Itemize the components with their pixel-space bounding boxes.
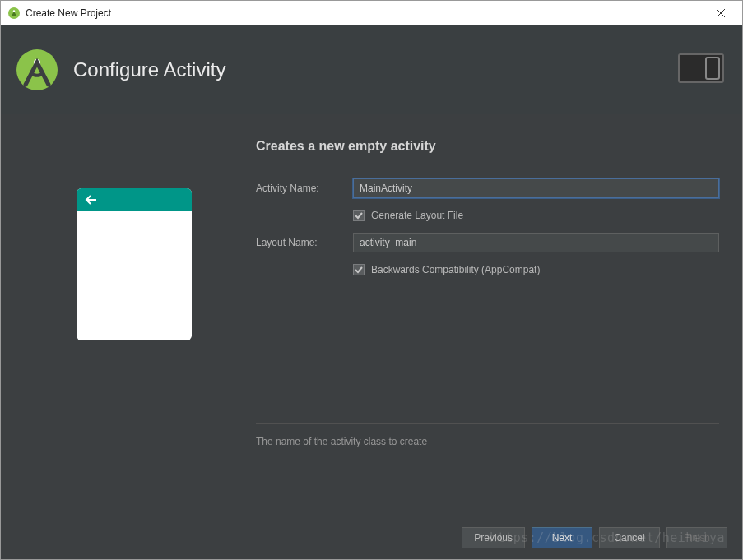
check-icon: [355, 266, 363, 274]
app-icon: [7, 7, 21, 20]
generate-layout-checkbox[interactable]: [353, 210, 365, 221]
svg-rect-7: [706, 58, 719, 79]
layout-name-label: Layout Name:: [256, 237, 353, 248]
help-text: The name of the activity class to create: [256, 436, 719, 447]
wizard-header: Configure Activity: [1, 25, 742, 114]
titlebar: Create New Project: [1, 1, 742, 25]
next-button[interactable]: Next: [532, 527, 592, 548]
close-icon: [717, 9, 725, 17]
activity-name-input[interactable]: [353, 178, 719, 198]
generate-layout-label: Generate Layout File: [371, 210, 463, 221]
activity-preview: [77, 188, 192, 340]
check-icon: [355, 211, 363, 220]
wizard-footer: Previous Next Cancel Finish: [1, 516, 742, 559]
previous-button[interactable]: Previous: [462, 527, 525, 548]
divider: [256, 423, 719, 424]
back-arrow-icon: [85, 195, 98, 205]
android-studio-logo-icon: [16, 49, 58, 91]
cancel-button[interactable]: Cancel: [599, 527, 660, 548]
finish-button: Finish: [666, 527, 727, 548]
device-icon: [678, 53, 724, 86]
window-title: Create New Project: [26, 7, 702, 19]
backwards-compat-label: Backwards Compatibility (AppCompat): [371, 264, 540, 275]
page-title: Configure Activity: [73, 58, 678, 81]
preview-appbar: [77, 188, 192, 211]
activity-name-label: Activity Name:: [256, 183, 353, 194]
section-title: Creates a new empty activity: [256, 139, 719, 154]
layout-name-input[interactable]: [353, 233, 719, 252]
backwards-compat-checkbox[interactable]: [353, 264, 365, 275]
window-close-button[interactable]: [702, 2, 739, 25]
svg-point-4: [16, 49, 58, 90]
